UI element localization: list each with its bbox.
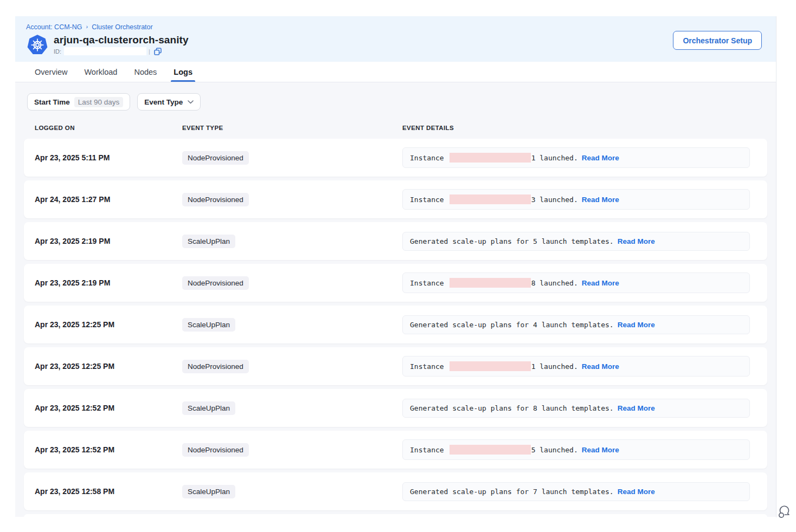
event-detail-suffix: 1 launched. bbox=[531, 362, 578, 371]
redacted-instance-id bbox=[450, 278, 531, 288]
tab-bar: OverviewWorkloadNodesLogs bbox=[15, 62, 776, 82]
event-details-box: Instance5 launched.Read More bbox=[402, 439, 750, 460]
read-more-link[interactable]: Read More bbox=[618, 237, 655, 245]
read-more-link[interactable]: Read More bbox=[582, 446, 619, 454]
table-row[interactable]: Apr 23, 2025 12:25 PM NodeProvisioned In… bbox=[24, 347, 767, 385]
event-type-filter[interactable]: Event Type bbox=[137, 93, 201, 111]
event-type-badge: NodeProvisioned bbox=[182, 360, 249, 373]
breadcrumb-separator-icon: › bbox=[86, 23, 88, 30]
event-detail-text: Generated scale-up plans for 4 launch te… bbox=[410, 321, 614, 329]
event-detail-suffix: 5 launched. bbox=[531, 446, 578, 454]
table-row[interactable]: Apr 23, 2025 12:52 PM ScaleUpPlan Genera… bbox=[24, 389, 767, 427]
event-details-box: Instance1 launched.Read More bbox=[402, 147, 750, 168]
breadcrumb-account[interactable]: Account: CCM-NG bbox=[26, 23, 82, 31]
event-type-badge: ScaleUpPlan bbox=[182, 318, 235, 332]
event-type-badge: ScaleUpPlan bbox=[182, 235, 235, 248]
event-details-box: Instance8 launched.Read More bbox=[402, 273, 750, 293]
event-type-badge: NodeProvisioned bbox=[182, 151, 249, 165]
tab-logs[interactable]: Logs bbox=[174, 62, 192, 82]
column-header-logged-on: LOGGED ON bbox=[35, 125, 182, 131]
event-detail-text: Instance bbox=[410, 279, 444, 287]
help-chat-icon[interactable] bbox=[778, 504, 792, 519]
event-type-badge: NodeProvisioned bbox=[182, 276, 249, 290]
column-header-event-details: EVENT DETAILS bbox=[402, 125, 756, 131]
page-title: arjun-qa-clusterorch-sanity bbox=[54, 34, 189, 46]
start-time-value: Last 90 days bbox=[74, 97, 124, 107]
page-header: Account: CCM-NG › Cluster Orchestrator bbox=[15, 16, 776, 62]
table-row[interactable]: Apr 23, 2025 12:58 PM ScaleUpPlan Genera… bbox=[24, 472, 767, 510]
table-row[interactable]: Apr 23, 2025 2:19 PM ScaleUpPlan Generat… bbox=[24, 222, 767, 260]
redacted-instance-id bbox=[450, 153, 531, 163]
id-label: ID: bbox=[54, 48, 61, 55]
read-more-link[interactable]: Read More bbox=[582, 362, 619, 371]
event-log-rows: Apr 23, 2025 5:11 PM NodeProvisioned Ins… bbox=[24, 139, 767, 517]
event-detail-text: Instance bbox=[410, 154, 444, 162]
kubernetes-icon bbox=[27, 35, 48, 55]
tab-workload[interactable]: Workload bbox=[84, 62, 117, 82]
event-type-badge: ScaleUpPlan bbox=[182, 401, 235, 415]
event-detail-suffix: 1 launched. bbox=[531, 154, 578, 162]
breadcrumb: Account: CCM-NG › Cluster Orchestrator bbox=[26, 23, 765, 31]
event-type-badge: NodeProvisioned bbox=[182, 193, 249, 206]
event-detail-text: Generated scale-up plans for 7 launch te… bbox=[410, 488, 614, 496]
event-details-box: Generated scale-up plans for 5 launch te… bbox=[402, 232, 750, 251]
table-row[interactable]: Apr 23, 2025 5:11 PM NodeProvisioned Ins… bbox=[24, 139, 767, 177]
read-more-link[interactable]: Read More bbox=[582, 196, 619, 204]
id-value-redacted bbox=[64, 47, 146, 55]
table-row[interactable]: Apr 23, 2025 2:19 PM NodeProvisioned Ins… bbox=[24, 264, 767, 302]
logged-on-cell: Apr 23, 2025 12:58 PM bbox=[35, 487, 182, 496]
table-header: LOGGED ON EVENT TYPE EVENT DETAILS bbox=[24, 125, 767, 131]
id-separator: | bbox=[149, 48, 150, 55]
redacted-instance-id bbox=[450, 361, 531, 371]
logs-content: Start Time Last 90 days Event Type LOGGE… bbox=[15, 82, 776, 517]
start-time-filter[interactable]: Start Time Last 90 days bbox=[27, 93, 130, 111]
tab-overview[interactable]: Overview bbox=[35, 62, 67, 82]
redacted-instance-id bbox=[450, 445, 531, 455]
read-more-link[interactable]: Read More bbox=[582, 279, 619, 287]
breadcrumb-section[interactable]: Cluster Orchestrator bbox=[92, 23, 153, 31]
copy-icon[interactable] bbox=[154, 48, 162, 55]
event-details-box: Instance1 launched.Read More bbox=[402, 356, 750, 377]
read-more-link[interactable]: Read More bbox=[582, 154, 619, 162]
orchestrator-setup-button[interactable]: Orchestrator Setup bbox=[673, 31, 762, 50]
logged-on-cell: Apr 23, 2025 2:19 PM bbox=[35, 237, 182, 245]
redacted-instance-id bbox=[450, 194, 531, 204]
logged-on-cell: Apr 23, 2025 12:25 PM bbox=[35, 320, 182, 329]
event-detail-text: Instance bbox=[410, 446, 444, 454]
event-details-box: Instance3 launched.Read More bbox=[402, 189, 750, 210]
event-detail-suffix: 3 launched. bbox=[531, 196, 578, 204]
event-detail-text: Generated scale-up plans for 5 launch te… bbox=[410, 237, 614, 245]
table-row[interactable]: Apr 23, 2025 12:52 PM NodeProvisioned In… bbox=[24, 431, 767, 469]
event-type-badge: NodeProvisioned bbox=[182, 443, 249, 457]
event-type-label: Event Type bbox=[144, 98, 183, 106]
cluster-orchestrator-page: Account: CCM-NG › Cluster Orchestrator bbox=[15, 16, 776, 517]
logged-on-cell: Apr 23, 2025 2:19 PM bbox=[35, 278, 182, 287]
logged-on-cell: Apr 23, 2025 12:52 PM bbox=[35, 445, 182, 454]
logged-on-cell: Apr 23, 2025 5:11 PM bbox=[35, 153, 182, 162]
read-more-link[interactable]: Read More bbox=[618, 321, 655, 329]
logged-on-cell: Apr 24, 2025 1:27 PM bbox=[35, 195, 182, 204]
column-header-event-type: EVENT TYPE bbox=[182, 125, 402, 131]
filter-bar: Start Time Last 90 days Event Type bbox=[27, 93, 767, 111]
event-detail-text: Generated scale-up plans for 8 launch te… bbox=[410, 404, 614, 412]
event-detail-suffix: 8 launched. bbox=[531, 279, 578, 287]
chevron-down-icon bbox=[188, 100, 194, 104]
logged-on-cell: Apr 23, 2025 12:25 PM bbox=[35, 362, 182, 371]
table-row[interactable]: Apr 23, 2025 12:25 PM ScaleUpPlan Genera… bbox=[24, 306, 767, 343]
table-row-partial bbox=[24, 514, 767, 517]
logged-on-cell: Apr 23, 2025 12:52 PM bbox=[35, 404, 182, 412]
event-details-box: Generated scale-up plans for 4 launch te… bbox=[402, 315, 750, 334]
event-detail-text: Instance bbox=[410, 196, 444, 204]
tab-nodes[interactable]: Nodes bbox=[134, 62, 157, 82]
read-more-link[interactable]: Read More bbox=[618, 488, 655, 496]
event-details-box: Generated scale-up plans for 7 launch te… bbox=[402, 482, 750, 501]
cluster-id-row: ID: | bbox=[54, 47, 189, 55]
event-detail-text: Instance bbox=[410, 362, 444, 371]
event-details-box: Generated scale-up plans for 8 launch te… bbox=[402, 399, 750, 418]
start-time-label: Start Time bbox=[34, 98, 70, 106]
title-row: arjun-qa-clusterorch-sanity ID: | bbox=[27, 34, 765, 55]
read-more-link[interactable]: Read More bbox=[618, 404, 655, 412]
table-row[interactable]: Apr 24, 2025 1:27 PM NodeProvisioned Ins… bbox=[24, 180, 767, 218]
event-type-badge: ScaleUpPlan bbox=[182, 485, 235, 498]
